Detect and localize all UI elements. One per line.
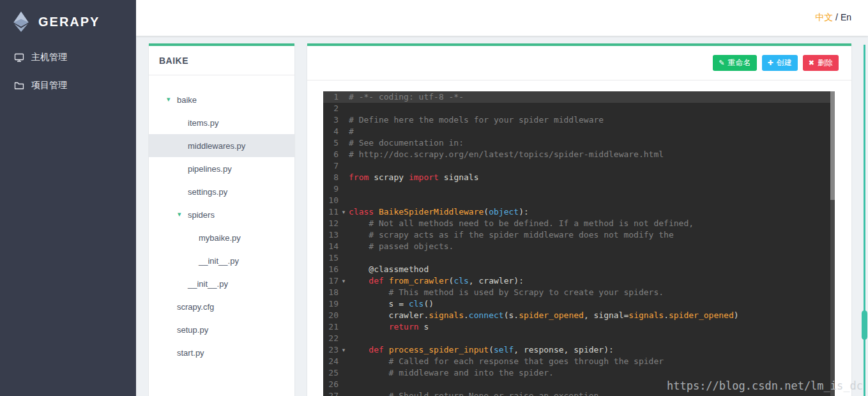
line-number: 14 — [323, 241, 339, 252]
lang-option-zh[interactable]: 中文 — [815, 12, 833, 22]
line-number: 17 — [323, 275, 339, 287]
topbar: 中文 / En — [136, 0, 868, 36]
editor-scrollbar-thumb[interactable] — [830, 91, 835, 200]
code-line: 2 — [323, 103, 835, 114]
line-number: 1 — [323, 91, 339, 103]
editor-scrollbar[interactable] — [830, 91, 835, 396]
folder-icon — [14, 80, 24, 91]
code-line: 1# -*- coding: utf-8 -*- — [323, 91, 835, 103]
line-number: 13 — [323, 229, 339, 241]
file-tree: ▾baikeitems.pymiddlewares.pypipelines.py… — [149, 75, 294, 364]
tree-item-pipelines.py[interactable]: pipelines.py — [149, 157, 294, 180]
tree-item-label: settings.py — [188, 187, 227, 197]
tree-item-label: __init__.py — [199, 256, 239, 266]
code-line: 26 — [323, 379, 835, 390]
page-scrollbar-track — [864, 45, 865, 396]
line-number: 4 — [323, 126, 339, 137]
code-line: 12 # Not all methods need to be defined.… — [323, 218, 835, 229]
code-line: 10 — [323, 195, 835, 206]
sidebar: GERAPY 主机管理 项目管理 — [0, 0, 136, 396]
code-line: 7 — [323, 160, 835, 172]
lang-option-en[interactable]: En — [841, 12, 851, 22]
line-number: 18 — [323, 287, 339, 298]
create-button-label: 创建 — [777, 57, 792, 68]
tree-item-label: middlewares.py — [188, 141, 245, 151]
tree-item-__init__.py[interactable]: __init__.py — [149, 272, 294, 295]
tree-item-settings.py[interactable]: settings.py — [149, 180, 294, 203]
project-title-label: BAIKE — [159, 56, 188, 66]
line-number: 5 — [323, 137, 339, 149]
tree-item-label: scrapy.cfg — [177, 302, 214, 312]
code-line: 25 # middleware and into the spider. — [323, 367, 835, 379]
tree-item-label: mybaike.py — [199, 233, 241, 243]
code-line: 19 s = cls() — [323, 298, 835, 310]
line-number: 8 — [323, 172, 339, 183]
close-icon: ✖ — [809, 59, 814, 66]
line-number: 19 — [323, 298, 339, 310]
fold-arrow-icon[interactable]: ▾ — [339, 206, 349, 218]
line-number: 11 — [323, 206, 339, 218]
code-line: 6# http://doc.scrapy.org/en/latest/topic… — [323, 149, 835, 160]
sidebar-item-label: 项目管理 — [31, 80, 67, 91]
sidebar-item-host-management[interactable]: 主机管理 — [0, 43, 136, 72]
line-number: 9 — [323, 183, 339, 195]
tree-item-start.py[interactable]: start.py — [149, 341, 294, 364]
line-number: 7 — [323, 160, 339, 172]
page-scrollbar-thumb[interactable] — [862, 310, 867, 340]
caret-down-icon[interactable]: ▾ — [178, 203, 188, 226]
code-line: 14 # passed objects. — [323, 241, 835, 252]
line-number: 12 — [323, 218, 339, 229]
language-switcher: 中文 / En — [815, 12, 851, 24]
tree-item-baike[interactable]: ▾baike — [149, 88, 294, 111]
editor-toolbar: ✎ 重命名 ✚ 创建 ✖ 删除 — [307, 46, 851, 80]
line-number: 24 — [323, 356, 339, 367]
sidebar-item-project-management[interactable]: 项目管理 — [0, 72, 136, 100]
code-line: 5# See documentation in: — [323, 137, 835, 149]
code-line: 3# Define here the models for your spide… — [323, 114, 835, 126]
code-line: 22 — [323, 333, 835, 344]
line-number: 26 — [323, 379, 339, 390]
rename-button[interactable]: ✎ 重命名 — [713, 55, 756, 71]
lang-separator: / — [833, 12, 841, 22]
editor-wrap: 1# -*- coding: utf-8 -*-23# Define here … — [323, 91, 835, 396]
delete-button[interactable]: ✖ 删除 — [803, 55, 839, 71]
line-number: 20 — [323, 310, 339, 321]
tree-item-spiders[interactable]: ▾spiders — [149, 203, 294, 226]
project-title: BAIKE — [149, 46, 294, 75]
fold-arrow-icon[interactable]: ▾ — [339, 275, 349, 287]
file-panel: BAIKE ▾baikeitems.pymiddlewares.pypipeli… — [149, 43, 294, 396]
tree-item-label: __init__.py — [188, 279, 228, 289]
line-number: 6 — [323, 149, 339, 160]
tree-item-scrapy.cfg[interactable]: scrapy.cfg — [149, 295, 294, 318]
line-number: 15 — [323, 252, 339, 264]
tree-item-label: start.py — [177, 348, 204, 358]
tree-item-label: spiders — [188, 210, 215, 220]
delete-button-label: 删除 — [818, 57, 833, 68]
gerapy-logo-icon — [10, 11, 32, 33]
tree-item-setup.py[interactable]: setup.py — [149, 318, 294, 341]
caret-down-icon[interactable]: ▾ — [167, 88, 177, 111]
code-line: 23▾ def process_spider_input(self, respo… — [323, 344, 835, 356]
fold-arrow-icon[interactable]: ▾ — [339, 344, 349, 356]
code-line: 9 — [323, 183, 835, 195]
line-number: 21 — [323, 321, 339, 333]
code-line: 18 # This method is used by Scrapy to cr… — [323, 287, 835, 298]
code-editor[interactable]: 1# -*- coding: utf-8 -*-23# Define here … — [323, 91, 835, 396]
line-number: 25 — [323, 367, 339, 379]
code-line: 8from scrapy import signals — [323, 172, 835, 183]
tree-item-__init__.py[interactable]: __init__.py — [149, 249, 294, 272]
code-line: 4# — [323, 126, 835, 137]
line-number: 16 — [323, 264, 339, 275]
gerapy-logo[interactable]: GERAPY — [0, 0, 136, 43]
line-number: 2 — [323, 103, 339, 114]
create-button[interactable]: ✚ 创建 — [762, 55, 798, 71]
logo-text: GERAPY — [38, 15, 100, 29]
sidebar-item-label: 主机管理 — [31, 52, 67, 63]
code-line: 15 — [323, 252, 835, 264]
tree-item-middlewares.py[interactable]: middlewares.py — [149, 134, 294, 157]
line-number: 22 — [323, 333, 339, 344]
tree-item-items.py[interactable]: items.py — [149, 111, 294, 134]
plus-icon: ✚ — [768, 59, 773, 66]
line-number: 23 — [323, 344, 339, 356]
tree-item-mybaike.py[interactable]: mybaike.py — [149, 226, 294, 249]
